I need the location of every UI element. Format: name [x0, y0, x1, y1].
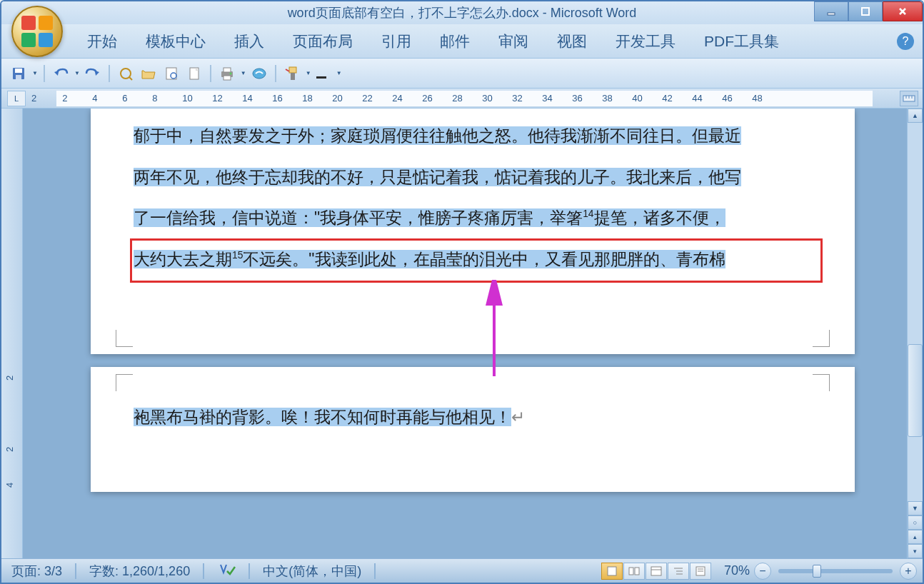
svg-rect-15	[291, 73, 295, 80]
maximize-button[interactable]	[848, 1, 883, 21]
view-ruler-toggle[interactable]	[900, 91, 918, 106]
underline-icon	[316, 76, 326, 79]
svg-rect-4	[16, 75, 21, 79]
word-count[interactable]: 字数: 1,260/1,260	[85, 563, 194, 580]
undo-icon	[53, 66, 69, 81]
close-button[interactable]	[883, 1, 923, 21]
document-scroll[interactable]: 郁于中，自然要发之于外；家庭琐屑便往往触他之怒。他待我渐渐不同往日。但最近 两年…	[23, 109, 923, 558]
document-text[interactable]: 袍黑布马褂的背影。唉！我不知何时再能与他相见！↵	[91, 367, 855, 438]
tab-selector[interactable]: L	[7, 91, 26, 106]
page-corner	[813, 330, 830, 347]
fullscreen-reading-view[interactable]	[623, 563, 645, 580]
tab-layout[interactable]: 页面布局	[278, 27, 367, 56]
svg-rect-21	[608, 567, 616, 575]
spellcheck-icon	[217, 561, 236, 577]
scroll-thumb[interactable]	[908, 344, 923, 437]
save-dropdown[interactable]: ▼	[31, 70, 38, 76]
format-dropdown[interactable]: ▼	[305, 70, 311, 76]
zoom-level[interactable]: 70%	[720, 563, 754, 578]
open-button[interactable]	[139, 64, 159, 84]
tab-start[interactable]: 开始	[73, 27, 131, 56]
scroll-down-button[interactable]: ▼	[908, 501, 923, 515]
office-logo-icon	[21, 16, 53, 47]
redo-icon	[85, 66, 101, 81]
zoom-slider[interactable]	[778, 569, 893, 573]
document-text[interactable]: 郁于中，自然要发之于外；家庭琐屑便往往触他之怒。他待我渐渐不同往日。但最近 两年…	[91, 109, 855, 280]
svg-point-5	[121, 69, 131, 79]
print-layout-view[interactable]	[601, 563, 623, 580]
ruler-margin-left: 2	[31, 93, 36, 104]
page-corner	[116, 330, 133, 347]
svg-rect-3	[15, 69, 22, 73]
open-icon	[141, 66, 156, 81]
page-1[interactable]: 郁于中，自然要发之于外；家庭琐屑便往往触他之怒。他待我渐渐不同往日。但最近 两年…	[91, 109, 855, 354]
close-icon	[898, 6, 908, 16]
tab-view[interactable]: 视图	[543, 27, 601, 56]
print-layout-icon	[606, 565, 618, 577]
view-mode-buttons	[601, 563, 711, 580]
save-button[interactable]	[9, 64, 29, 84]
tab-insert[interactable]: 插入	[220, 27, 278, 56]
minimize-button[interactable]	[814, 1, 848, 21]
web-layout-view[interactable]	[646, 563, 667, 580]
undo-button[interactable]	[51, 64, 71, 84]
print-dropdown[interactable]: ▼	[240, 70, 246, 76]
zoom-in-button[interactable]: +	[900, 563, 917, 580]
tab-template[interactable]: 模板中心	[131, 27, 220, 56]
ribbon-tabs: 开始 模板中心 插入 页面布局 引用 邮件 审阅 视图 开发工具 PDF工具集 …	[1, 24, 923, 59]
document-area: 2 2 4 郁于中，自然要发之于外；家庭琐屑便往往触他之怒。他待我渐渐不同往日。…	[1, 109, 923, 558]
page-corner	[116, 374, 133, 391]
format-painter-button[interactable]	[282, 64, 302, 84]
separator	[109, 65, 110, 82]
mark-button[interactable]	[249, 64, 269, 84]
next-page-button[interactable]: ▾	[908, 544, 923, 558]
minimize-icon	[826, 6, 836, 16]
page-corner	[813, 374, 830, 391]
underline-button[interactable]	[314, 64, 328, 84]
spell-check[interactable]	[213, 561, 240, 580]
separator	[210, 65, 211, 82]
outline-icon	[672, 565, 685, 577]
format-painter-icon	[283, 66, 301, 81]
scroll-up-button[interactable]: ▲	[908, 109, 923, 123]
prev-page-button[interactable]: ▴	[908, 530, 923, 544]
tab-review[interactable]: 审阅	[484, 27, 543, 56]
undo-dropdown[interactable]: ▼	[74, 70, 80, 76]
tab-mail[interactable]: 邮件	[426, 27, 484, 56]
vertical-scrollbar[interactable]: ▲ ▼ ○ ▴ ▾	[907, 109, 923, 558]
reading-icon	[628, 565, 641, 577]
browse-object-button[interactable]: ○	[908, 515, 923, 530]
svg-rect-14	[289, 67, 296, 73]
ruler-area: L 2 246810121416182022242628303234363840…	[1, 89, 923, 109]
window-controls	[814, 1, 923, 21]
tab-reference[interactable]: 引用	[367, 27, 426, 56]
new-button[interactable]	[184, 64, 204, 84]
help-button[interactable]: ?	[897, 33, 914, 50]
separator	[44, 65, 45, 82]
svg-rect-0	[828, 13, 835, 15]
more-dropdown[interactable]: ▼	[336, 70, 342, 76]
svg-rect-10	[224, 68, 231, 72]
tab-pdf[interactable]: PDF工具集	[690, 27, 793, 56]
titlebar: word页面底部有空白，打不上字怎么办.docx - Microsoft Wor…	[1, 1, 923, 24]
outline-view[interactable]	[668, 563, 689, 580]
horizontal-ruler[interactable]: 2468101214161820222426283032343638404244…	[56, 91, 872, 106]
separator	[275, 65, 276, 82]
quickprint-button[interactable]	[116, 64, 136, 84]
preview-icon	[164, 66, 179, 81]
draft-view[interactable]	[690, 563, 711, 580]
language-indicator[interactable]: 中文(简体，中国)	[258, 563, 366, 580]
zoom-out-button[interactable]: −	[754, 563, 771, 580]
page-indicator[interactable]: 页面: 3/3	[7, 563, 66, 580]
new-icon	[187, 66, 201, 81]
page-2[interactable]: 袍黑布马褂的背影。唉！我不知何时再能与他相见！↵	[91, 367, 855, 492]
preview-button[interactable]	[161, 64, 181, 84]
window-title: word页面底部有空白，打不上字怎么办.docx - Microsoft Wor…	[288, 4, 637, 21]
office-button[interactable]	[11, 6, 63, 57]
redo-button[interactable]	[83, 64, 103, 84]
zoom-slider-thumb[interactable]	[813, 565, 821, 578]
vertical-ruler[interactable]: 2 2 4	[1, 109, 23, 558]
tab-developer[interactable]: 开发工具	[601, 27, 690, 56]
print-button[interactable]	[217, 64, 237, 84]
svg-rect-22	[629, 568, 633, 575]
